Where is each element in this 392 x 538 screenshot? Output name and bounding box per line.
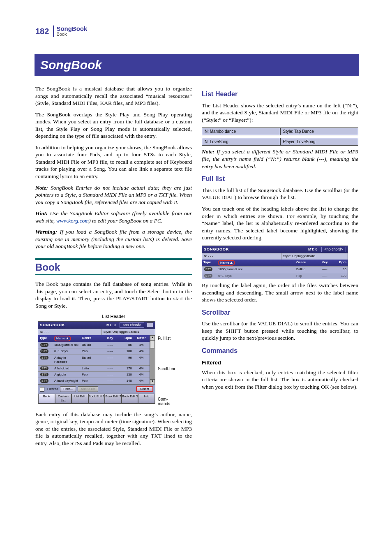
lcd-hdr-style: Style: UnpluggedBallad1 <box>102 329 155 335</box>
col-bpm[interactable]: Bpm <box>118 335 133 342</box>
body-text: By touching the label again, the order o… <box>202 282 358 304</box>
strip-n: N: LoveSong <box>202 138 280 146</box>
col-bpm[interactable]: Bpm <box>333 260 348 266</box>
callout-commands: Com-mands <box>158 397 179 406</box>
lcd-commands: Filtered Filter… Add to list Select <box>38 384 155 394</box>
note-body: If you select a different Style or Stand… <box>202 148 358 169</box>
warning: Warning: If you load a SongBook file fro… <box>35 228 192 250</box>
lcd-tabs: Book Custom List List Edit Book Edit 1 B… <box>38 394 155 404</box>
subsubheading-filtered: Filtered <box>202 359 358 366</box>
lcd-column-headers[interactable]: Type Name Genre Key Bpm <box>202 260 348 266</box>
lcd-list-header: N: - - - Style: UnpluggedBallad1 <box>38 329 155 335</box>
list-header-example-2: N: LoveSong Player: LoveSong <box>202 138 358 146</box>
tab-custom-list[interactable]: Custom List <box>55 394 72 404</box>
table-row[interactable]: STY6+1 daysPop-----100 <box>202 273 348 279</box>
scroll-track[interactable] <box>150 340 155 379</box>
lcd-rows: STY1000giorni di noiBallad-----864/4 STY… <box>38 342 150 384</box>
header-separator <box>53 26 54 37</box>
running-title: SongBook <box>56 26 87 32</box>
lcd-scrollbar[interactable]: ▲ ▼ <box>150 335 155 384</box>
section-heading-book: Book <box>35 258 192 275</box>
note: Note: SongBook Entries do not include ac… <box>35 184 192 206</box>
table-row[interactable]: STYA gigoloPop-----1304/4 <box>38 371 150 378</box>
hint-lead: Hint: <box>35 210 48 216</box>
running-subtitle: Book <box>56 32 87 37</box>
subheading-list-header: List Header <box>202 90 358 99</box>
table-row[interactable]: STY1000giorni di noiBallad-----864/4 <box>38 342 150 348</box>
callout-full-list: Full list <box>158 336 179 341</box>
note-body: SongBook Entries do not include actual d… <box>35 185 192 205</box>
lcd-hdr-style: Style: UnpluggedBalla <box>281 253 348 259</box>
add-to-list-button[interactable]: Add to list <box>78 386 98 392</box>
body-text: Use the scrollbar (or the VALUE DIAL) to… <box>202 320 358 342</box>
screenshot-column-header: SONGBOOK MT: 0 <no chord> N: - - - Style… <box>202 246 348 279</box>
note: Note: If you select a different Style or… <box>202 148 358 170</box>
tab-book[interactable]: Book <box>38 394 55 404</box>
col-key[interactable]: Key <box>316 260 333 266</box>
scroll-down-icon[interactable]: ▼ <box>150 379 155 384</box>
sort-asc-icon <box>66 337 69 339</box>
tab-list-edit[interactable]: List Edit <box>71 394 88 404</box>
body-text: The List Header shows the selected entry… <box>202 102 358 124</box>
col-key[interactable]: Key <box>102 335 118 342</box>
subheading-commands: Commands <box>202 347 358 355</box>
lcd-mt: MT: 0 <box>308 247 318 252</box>
body-text: In addition to helping you organize your… <box>35 144 192 180</box>
table-row[interactable]: STYA day in ParadiseBallad-----964/4 <box>38 355 150 365</box>
col-genre[interactable]: Genre <box>295 260 316 266</box>
strip-n: N: Mambo dance <box>202 128 280 135</box>
subheading-full-list: Full list <box>202 175 358 183</box>
lcd-chord: <no chord> <box>321 247 346 253</box>
col-name[interactable]: Name <box>217 260 295 266</box>
hint: Hint: Use the SongBook Editor software (… <box>35 210 192 224</box>
body-text: You can touch one of the heading labels … <box>202 205 358 241</box>
menu-icon[interactable] <box>147 322 153 327</box>
lcd-titlebar: SONGBOOK MT: 0 <no chord> <box>202 246 348 253</box>
strip-player: Player: LoveSong <box>280 138 359 146</box>
tab-book-edit-2[interactable]: Book Edit 2 <box>105 394 122 404</box>
table-row[interactable]: STYA hard day/nightPop-----1484/4 <box>38 378 150 384</box>
list-header-example-1: N: Mambo dance Style: Tap Dance <box>202 128 358 135</box>
body-text: The Book page contains the full database… <box>35 281 192 309</box>
lcd-hdr-n: N: - - - <box>38 329 102 335</box>
table-row[interactable]: STY1000giorni di noiBallad-----86 <box>202 266 348 272</box>
note-lead: Note: <box>35 185 48 191</box>
chapter-title: SongBook <box>35 54 359 76</box>
col-type[interactable]: Type <box>202 260 217 266</box>
body-text: The SongBook is a musical database that … <box>35 85 192 107</box>
lcd-title: SONGBOOK <box>204 247 308 252</box>
lcd-mt: MT: 0 <box>106 323 116 328</box>
table-row[interactable]: STY6+1 daysPop-----1004/4 <box>38 348 150 354</box>
filtered-label: Filtered <box>47 387 58 391</box>
col-meter[interactable]: Meter <box>133 335 150 342</box>
body-text: The SongBook overlaps the Style Play and… <box>35 111 192 140</box>
tab-book-edit-3[interactable]: Book Edit 3 <box>122 394 138 404</box>
scroll-thumb[interactable] <box>150 340 155 348</box>
select-button[interactable]: Select <box>136 386 153 392</box>
lcd-songbook: SONGBOOK MT: 0 <no chord> N: - - - Style… <box>38 321 155 404</box>
warning-lead: Warning: <box>35 229 57 235</box>
col-type[interactable]: Type <box>38 335 53 342</box>
strip-style: Style: Tap Dance <box>280 128 359 135</box>
col-name[interactable]: Name <box>53 335 81 342</box>
callout-scrollbar: Scroll-bar <box>158 366 179 371</box>
filter-button[interactable]: Filter… <box>60 386 76 392</box>
sort-asc-icon <box>230 262 233 264</box>
tab-info[interactable]: Info <box>138 394 155 404</box>
korg-link[interactable]: www.korg.com <box>56 218 89 224</box>
note-lead: Note: <box>202 148 214 155</box>
lcd-titlebar: SONGBOOK MT: 0 <no chord> <box>38 322 155 329</box>
body-text: When this box is checked, only entries m… <box>202 369 358 391</box>
body-text: Each entry of this database may include … <box>35 411 192 447</box>
running-header: 182 SongBook Book <box>35 26 358 37</box>
caption-list-header: List Header <box>35 313 192 319</box>
scroll-up-icon[interactable]: ▲ <box>150 335 155 340</box>
body-text: This is the full list of the SongBook da… <box>202 187 358 201</box>
tab-book-edit-1[interactable]: Book Edit 1 <box>88 394 105 404</box>
col-genre[interactable]: Genre <box>81 335 102 342</box>
warning-body: If you load a SongBook file from a stora… <box>35 229 192 249</box>
callout-labels: Full list Scroll-bar Com-mands <box>158 321 179 406</box>
filtered-checkbox[interactable] <box>40 387 44 392</box>
lcd-column-headers[interactable]: Type Name Genre Key Bpm Meter <box>38 335 150 342</box>
table-row[interactable]: STYA felicidadLatin-----1704/4 <box>38 365 150 371</box>
